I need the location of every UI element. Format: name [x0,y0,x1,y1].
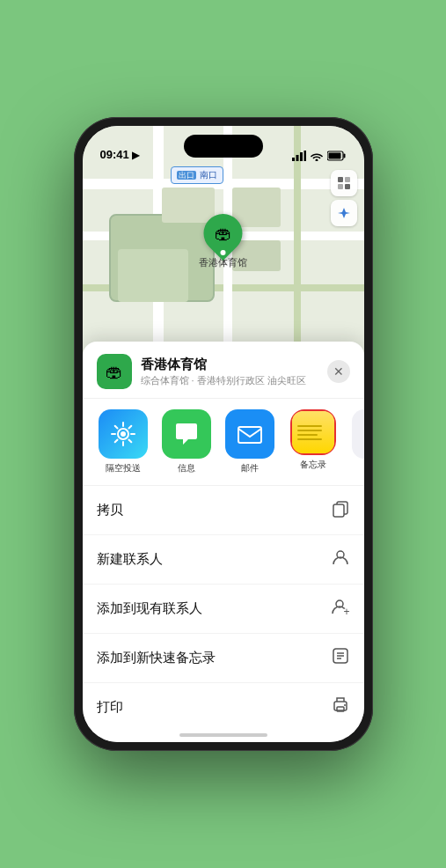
notes-highlighted-border [290,409,336,455]
mail-icon [225,409,274,459]
mail-label: 邮件 [241,462,259,474]
svg-rect-8 [345,177,350,182]
location-button[interactable] [331,200,357,226]
svg-rect-15 [333,504,344,517]
svg-rect-10 [345,184,350,189]
svg-rect-7 [338,177,343,182]
map-type-button[interactable] [331,170,357,196]
status-time: 09:41 ▶ [100,148,140,161]
new-contact-icon [331,548,350,571]
battery-icon [327,151,347,161]
dynamic-island [184,135,263,158]
place-icon: 🏟 [97,354,132,389]
place-info: 香港体育馆 综合体育馆 · 香港特别行政区 油尖旺区 [141,357,327,387]
copy-icon [331,498,350,522]
action-add-existing[interactable]: 添加到现有联系人 + [83,585,364,634]
svg-point-12 [121,431,126,437]
svg-rect-2 [300,152,303,161]
location-arrow-icon: ▶ [132,150,139,160]
place-name: 香港体育馆 [141,357,327,373]
add-notes-icon [331,646,350,670]
share-row: 隔空投送 信息 [83,399,364,486]
print-icon [331,695,350,719]
map-controls [331,170,357,230]
map-pin-container: 🏟 香港体育馆 [199,214,247,269]
share-item-message[interactable]: 信息 [160,409,213,474]
svg-rect-25 [337,707,344,711]
svg-text:+: + [343,606,349,616]
action-copy[interactable]: 拷贝 [83,486,364,535]
message-label: 信息 [178,462,195,474]
svg-point-26 [344,704,346,706]
share-item-airdrop[interactable]: 隔空投送 [97,409,150,474]
action-add-notes-label: 添加到新快速备忘录 [97,650,216,666]
share-item-more[interactable]: 提 [350,409,364,474]
svg-rect-6 [328,153,340,159]
airdrop-icon [99,409,148,459]
status-icons [292,151,347,161]
svg-rect-1 [296,155,298,161]
wifi-icon [310,151,324,161]
bottom-sheet: 🏟 香港体育馆 综合体育馆 · 香港特别行政区 油尖旺区 ✕ [83,342,364,742]
signal-icon [292,151,306,161]
action-print-label: 打印 [97,699,123,716]
svg-rect-0 [292,158,295,161]
notes-label: 备忘录 [300,459,326,471]
notes-icon [292,411,334,453]
action-add-existing-label: 添加到现有联系人 [97,600,202,617]
place-header: 🏟 香港体育馆 综合体育馆 · 香港特别行政区 油尖旺区 ✕ [83,342,364,399]
home-indicator [179,733,267,737]
action-add-notes[interactable]: 添加到新快速备忘录 [83,634,364,683]
action-print[interactable]: 打印 [83,683,364,732]
action-new-contact[interactable]: 新建联系人 [83,535,364,585]
more-icon [352,409,364,459]
share-item-notes[interactable]: 备忘录 [287,409,340,474]
action-copy-label: 拷贝 [97,502,123,519]
phone-screen: 09:41 ▶ [83,126,364,742]
airdrop-label: 隔空投送 [106,462,141,474]
place-subtitle: 综合体育馆 · 香港特别行政区 油尖旺区 [141,374,327,387]
svg-rect-24 [334,702,347,710]
action-new-contact-label: 新建联系人 [97,551,163,568]
svg-rect-3 [303,151,306,161]
action-list: 拷贝 新建联系人 [83,486,364,735]
map-label: 出口 南口 [171,166,224,184]
add-existing-icon: + [331,597,350,621]
message-icon [162,409,211,459]
share-item-mail[interactable]: 邮件 [223,409,276,474]
phone-frame: 09:41 ▶ [74,117,373,751]
close-button[interactable]: ✕ [327,360,350,383]
svg-rect-13 [238,427,261,443]
svg-rect-5 [343,154,345,158]
svg-rect-9 [338,184,343,189]
